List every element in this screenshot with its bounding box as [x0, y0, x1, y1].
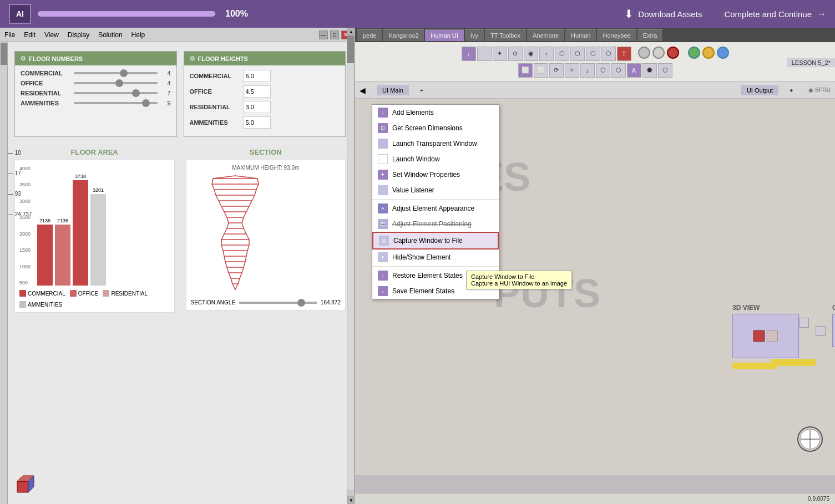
- toolbar-btn-r2-8[interactable]: A: [627, 63, 641, 78]
- legend-ammenities-color: [19, 301, 26, 308]
- floor-heights-icon: ⊙: [190, 55, 195, 62]
- scrollbar-up-arrow[interactable]: ▲: [347, 28, 355, 35]
- toolbar-btn-3[interactable]: ✦: [493, 47, 507, 61]
- commercial-slider[interactable]: [74, 72, 158, 74]
- section-area: MAXIMUM HEIGHT: 93.0m: [186, 160, 346, 310]
- complete-continue-button[interactable]: Complete and Continue →: [724, 8, 826, 20]
- scrollbar-down-arrow[interactable]: ▼: [347, 496, 355, 504]
- color-dot-red[interactable]: [667, 47, 679, 59]
- menu-hide-show[interactable]: ✦ Hide/Show Element: [372, 250, 499, 265]
- panels-row: ⊙ FLOOR NUMBERS COMMERCIAL 4 O: [14, 51, 346, 137]
- 3d-view-inner-gray[interactable]: [767, 330, 778, 342]
- toolbar-btn-r2-9[interactable]: ⬟: [642, 63, 657, 78]
- tab-ivy[interactable]: Ivy: [465, 29, 484, 41]
- tab-kangaroo2[interactable]: Kangaroo2: [383, 29, 424, 41]
- save-states-label: Save Element States: [392, 287, 454, 295]
- toolbar-btn-r2-7[interactable]: ⬡: [611, 63, 626, 78]
- height-residential-input[interactable]: [243, 101, 271, 113]
- floor-numbers-body: COMMERCIAL 4 OFFICE: [15, 65, 176, 114]
- tab-extra[interactable]: Extra: [637, 29, 663, 41]
- left-scrollbar[interactable]: [0, 42, 8, 504]
- menu-help[interactable]: Help: [131, 31, 145, 39]
- menu-display[interactable]: Display: [68, 31, 89, 39]
- canvas-area[interactable]: ES PUTS ↓ Add Elements ⊡ Get Screen Dime…: [355, 99, 835, 475]
- menu-launch-transparent-window[interactable]: Launch Transparent Window: [372, 136, 499, 151]
- bar-fill-commercial-4: [90, 194, 106, 286]
- tab-human[interactable]: Human: [565, 29, 596, 41]
- ammenities-slider[interactable]: [74, 102, 158, 104]
- maximize-button[interactable]: □: [330, 30, 339, 39]
- color-dot-orange[interactable]: [702, 47, 715, 59]
- scrollbar-thumb[interactable]: [1, 43, 7, 65]
- menu-capture-window[interactable]: ◎ Capture Window to File: [372, 232, 499, 250]
- floor-row-commercial: COMMERCIAL 4: [21, 70, 171, 77]
- menu-get-screen-dimensions[interactable]: ⊡ Get Screen Dimensions: [372, 120, 499, 136]
- menu-launch-window[interactable]: Launch Window: [372, 151, 499, 167]
- commercial-thumb[interactable]: [120, 69, 128, 77]
- canvas-3d-view-node[interactable]: [732, 314, 799, 358]
- office-slider[interactable]: [74, 82, 158, 84]
- toolbar-btn-4[interactable]: ⊙: [508, 47, 523, 61]
- download-assets-button[interactable]: ⬇ Download Assets: [624, 7, 702, 21]
- toolbar-btn-1[interactable]: ↓: [462, 47, 476, 61]
- toolbar-btn-r2-5[interactable]: ↓: [580, 63, 595, 78]
- menu-value-listener[interactable]: Value Listener: [372, 182, 499, 198]
- commercial-slider-container: [74, 72, 158, 74]
- floor-heights-panel: ⊙ FLOOR HEIGHTS COMMERCIAL OFFICE RESIDE…: [184, 51, 346, 137]
- floor-area-title: FLOOR AREA: [14, 148, 175, 156]
- toolbar-btn-5[interactable]: ◉: [524, 47, 538, 61]
- progress-label: 100%: [225, 9, 248, 19]
- screen-dimensions-label: Get Screen Dimensions: [392, 124, 463, 132]
- left-scrollbar-outer[interactable]: ▲ ▼: [347, 28, 355, 504]
- 3d-view-inner-red[interactable]: [753, 330, 765, 342]
- menu-view[interactable]: View: [44, 31, 59, 39]
- tab-honeybee[interactable]: Honeybee: [597, 29, 636, 41]
- section-angle-thumb[interactable]: [297, 299, 305, 307]
- ammenities-thumb[interactable]: [142, 99, 150, 107]
- tab-human-ui[interactable]: Human UI: [425, 29, 464, 41]
- toolbar-btn-8[interactable]: ⬡: [570, 47, 585, 61]
- toolbar-btn-r2-10[interactable]: ⬡: [658, 63, 672, 78]
- tab-anemone[interactable]: Anemone: [527, 29, 564, 41]
- capture-window-label: Capture Window to File: [393, 237, 463, 245]
- scrollbar-thumb[interactable]: [347, 35, 354, 63]
- menu-set-window-properties[interactable]: ✦ Set Window Properties: [372, 167, 499, 182]
- color-dot-blue[interactable]: [717, 47, 729, 59]
- menu-adjust-positioning[interactable]: ⊞ Adjust Element Positioning: [372, 216, 499, 232]
- toolbar-btn-9[interactable]: ⬡: [586, 47, 600, 61]
- toolbar-btn-7[interactable]: ⬡: [555, 47, 569, 61]
- toolbar-btn-2[interactable]: [477, 47, 492, 61]
- canvas-chart-node[interactable]: [832, 314, 835, 347]
- sub-add-btn[interactable]: ◀: [360, 86, 366, 95]
- canvas-chart-label: CHART: [832, 304, 835, 312]
- minimize-button[interactable]: —: [319, 30, 328, 39]
- residential-thumb[interactable]: [132, 89, 140, 97]
- color-dot-light[interactable]: [652, 47, 665, 59]
- toolbar-btn-r2-4[interactable]: ✧: [565, 63, 579, 78]
- menu-solution[interactable]: Solution: [98, 31, 122, 39]
- section-angle-slider[interactable]: [239, 302, 317, 304]
- tab-pede[interactable]: pede: [357, 29, 382, 41]
- toolbar-btn-r2-2[interactable]: ⬜: [534, 63, 548, 78]
- toolbar-btn-10[interactable]: ⬡: [601, 47, 616, 61]
- toolbar-btn-r2-3[interactable]: ⟳: [549, 63, 564, 78]
- toolbar-btn-6[interactable]: ↑: [539, 47, 554, 61]
- tab-tt-toolbox[interactable]: TT Toolbox: [485, 29, 526, 41]
- sub-plus-btn[interactable]: +: [420, 87, 423, 94]
- canvas-chart-area: CHART: [832, 304, 835, 347]
- height-commercial-input[interactable]: [243, 70, 271, 82]
- color-dot-gray[interactable]: [638, 47, 650, 59]
- toolbar-btn-11[interactable]: T: [617, 47, 631, 61]
- office-thumb[interactable]: [115, 79, 123, 87]
- color-dot-green[interactable]: [688, 47, 700, 59]
- height-ammenities-input[interactable]: [243, 116, 271, 129]
- toolbar-btn-r2-1[interactable]: ⬜: [518, 63, 533, 78]
- menu-add-elements[interactable]: ↓ Add Elements: [372, 105, 499, 120]
- menu-file[interactable]: File: [4, 31, 15, 39]
- menu-adjust-appearance[interactable]: A Adjust Element Appearance: [372, 201, 499, 216]
- height-office-input[interactable]: [243, 85, 271, 98]
- residential-slider[interactable]: [74, 92, 158, 94]
- sub-plus-btn-2[interactable]: +: [790, 87, 793, 94]
- menu-edit[interactable]: Edit: [24, 31, 36, 39]
- toolbar-btn-r2-6[interactable]: ⬡: [596, 63, 610, 78]
